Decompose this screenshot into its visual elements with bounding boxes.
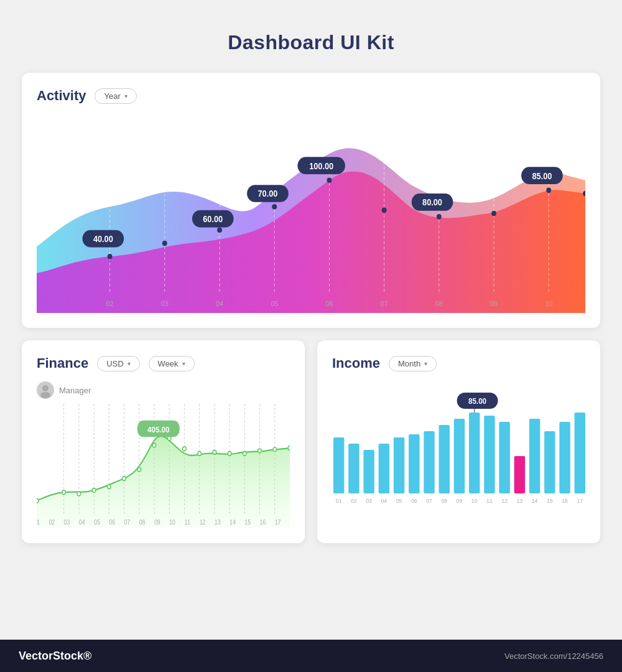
activity-header: Activity Year ▾: [37, 88, 585, 104]
month-dropdown[interactable]: Month ▾: [389, 356, 437, 371]
svg-text:17: 17: [275, 520, 281, 526]
svg-text:09: 09: [154, 520, 160, 526]
svg-point-11: [217, 227, 222, 233]
svg-point-14: [382, 207, 387, 213]
year-dropdown[interactable]: Year ▾: [95, 88, 136, 104]
svg-text:09: 09: [490, 300, 498, 307]
svg-text:04: 04: [79, 520, 85, 526]
svg-text:40.00: 40.00: [93, 234, 113, 244]
svg-text:02: 02: [351, 498, 357, 504]
finance-title: Finance: [37, 355, 88, 371]
svg-rect-102: [469, 413, 480, 493]
svg-text:08: 08: [139, 520, 146, 526]
svg-text:10: 10: [471, 498, 478, 504]
bottom-row: Finance USD ▾ Week ▾ Manager: [22, 340, 600, 543]
svg-text:405.00: 405.00: [147, 425, 170, 434]
svg-point-17: [546, 187, 551, 193]
usd-label: USD: [106, 359, 123, 368]
svg-point-69: [228, 452, 231, 456]
svg-text:16: 16: [260, 520, 266, 526]
svg-text:02: 02: [106, 300, 114, 307]
svg-rect-103: [484, 416, 494, 493]
year-dropdown-label: Year: [104, 91, 120, 101]
svg-text:12: 12: [501, 498, 508, 504]
svg-point-9: [108, 254, 113, 259]
svg-rect-107: [544, 431, 555, 493]
svg-text:15: 15: [244, 520, 251, 526]
svg-point-71: [258, 449, 262, 453]
svg-text:11: 11: [184, 520, 190, 526]
svg-rect-106: [529, 419, 540, 493]
svg-text:10: 10: [545, 300, 552, 307]
manager-row: Manager: [37, 381, 290, 399]
main-wrapper: Dashboard UI Kit Activity Year ▾: [0, 0, 622, 640]
svg-point-16: [491, 211, 496, 217]
svg-text:13: 13: [517, 498, 523, 504]
svg-point-67: [198, 452, 202, 456]
week-label: Week: [158, 359, 179, 368]
svg-text:12: 12: [200, 520, 206, 526]
month-label: Month: [398, 359, 420, 368]
svg-text:01: 01: [336, 498, 342, 504]
svg-text:04: 04: [216, 300, 223, 307]
svg-rect-100: [439, 425, 450, 493]
svg-point-70: [243, 452, 246, 456]
svg-text:11: 11: [486, 498, 493, 504]
finance-header: Finance USD ▾ Week ▾: [37, 355, 290, 371]
svg-rect-101: [454, 419, 465, 493]
usd-dropdown[interactable]: USD ▾: [97, 356, 139, 371]
svg-text:06: 06: [325, 300, 333, 307]
activity-chart-area: 40.00 60.00 70.00 100.00 80.00 85.00 02: [37, 114, 585, 313]
svg-text:05: 05: [94, 520, 100, 526]
finance-svg: 405.00 01 02 03 04 05 06 07 08 09 10 11 …: [37, 404, 290, 528]
manager-label: Manager: [59, 386, 91, 395]
svg-text:07: 07: [426, 498, 432, 504]
finance-card: Finance USD ▾ Week ▾ Manager: [22, 340, 305, 543]
year-dropdown-arrow: ▾: [124, 93, 128, 100]
svg-rect-105: [514, 456, 525, 493]
svg-point-63: [137, 467, 141, 472]
svg-text:03: 03: [161, 300, 169, 307]
svg-text:17: 17: [577, 498, 583, 504]
week-arrow: ▾: [182, 360, 185, 367]
svg-text:08: 08: [441, 498, 447, 504]
svg-point-61: [107, 485, 111, 489]
svg-point-12: [272, 204, 277, 210]
svg-rect-109: [575, 413, 585, 493]
week-dropdown[interactable]: Week ▾: [149, 356, 195, 371]
svg-text:85.00: 85.00: [468, 397, 486, 406]
usd-arrow: ▾: [128, 360, 131, 367]
svg-text:85.00: 85.00: [532, 171, 552, 181]
svg-text:100.00: 100.00: [309, 161, 333, 171]
svg-point-13: [327, 177, 332, 183]
svg-rect-96: [379, 444, 389, 493]
page-title: Dashboard UI Kit: [22, 31, 600, 54]
footer-url: VectorStock.com/12245456: [504, 651, 603, 661]
svg-text:06: 06: [109, 520, 115, 526]
svg-point-10: [162, 241, 167, 246]
svg-text:08: 08: [435, 300, 443, 307]
page-title-section: Dashboard UI Kit: [22, 19, 600, 60]
svg-rect-93: [333, 437, 344, 493]
activity-svg: 40.00 60.00 70.00 100.00 80.00 85.00 02: [37, 114, 585, 313]
svg-point-58: [62, 490, 66, 495]
svg-text:15: 15: [547, 498, 553, 504]
svg-rect-104: [499, 422, 509, 493]
svg-text:06: 06: [411, 498, 417, 504]
svg-rect-99: [424, 431, 434, 493]
footer-logo: VectorStock®: [19, 650, 91, 663]
income-title: Income: [332, 355, 380, 371]
svg-text:03: 03: [366, 498, 372, 504]
svg-rect-94: [348, 444, 359, 493]
svg-text:05: 05: [271, 300, 278, 307]
svg-text:13: 13: [215, 520, 221, 526]
svg-point-62: [123, 477, 126, 481]
svg-text:07: 07: [124, 520, 131, 526]
svg-text:16: 16: [562, 498, 568, 504]
month-dropdown-arrow: ▾: [424, 360, 427, 367]
activity-card: Activity Year ▾: [22, 73, 600, 328]
income-chart-area: 85.00 01 02 03 04 05 06 07 08 09 10 11 1…: [332, 381, 585, 506]
svg-text:02: 02: [49, 520, 55, 526]
svg-text:05: 05: [396, 498, 402, 504]
svg-text:10: 10: [169, 520, 175, 526]
